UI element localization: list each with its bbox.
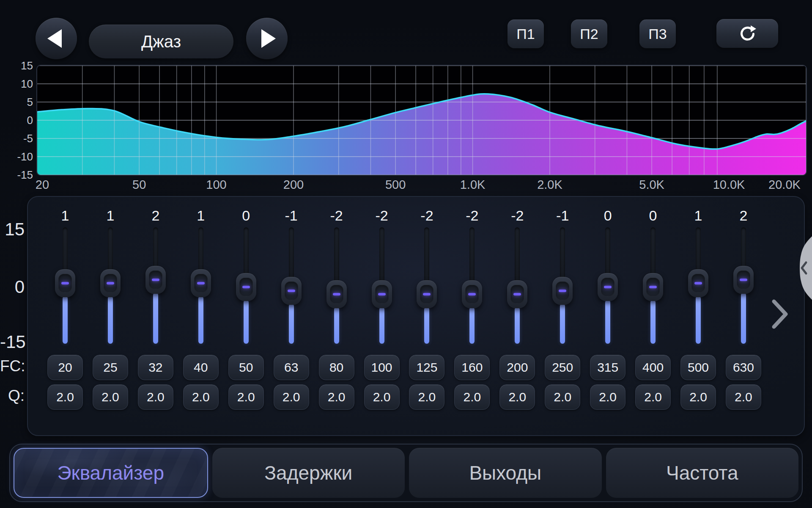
memory-preset-1-button[interactable]: П1	[508, 19, 544, 48]
tab-delays[interactable]: Задержки	[212, 448, 405, 498]
slider-thumb[interactable]	[688, 269, 708, 297]
band-q-chip[interactable]: 2.0	[183, 384, 219, 410]
slider-fill	[650, 300, 656, 344]
q-row-label: Q:	[0, 387, 25, 405]
band-gain-slider[interactable]	[269, 222, 314, 349]
band-q-chip[interactable]: 2.0	[274, 384, 309, 410]
band-q-chip[interactable]: 2.0	[409, 384, 444, 410]
band-fc-chip[interactable]: 100	[364, 355, 400, 380]
band-q-chip[interactable]: 2.0	[47, 384, 83, 410]
slider-fill	[424, 307, 429, 344]
tab-outputs[interactable]: Выходы	[409, 448, 602, 498]
band-fc-chip[interactable]: 40	[183, 355, 219, 380]
slider-fill	[741, 293, 746, 344]
slider-thumb[interactable]	[55, 269, 75, 297]
slider-thumb[interactable]	[281, 277, 302, 305]
scale-label-bottom: -15	[0, 332, 25, 352]
band-q-chip[interactable]: 2.0	[635, 384, 671, 410]
band-gain-slider[interactable]	[450, 222, 494, 349]
band-fc-chip[interactable]: 20	[47, 355, 83, 380]
band-q-chip[interactable]: 2.0	[364, 384, 400, 410]
band-q-chip[interactable]: 2.0	[319, 384, 354, 410]
band-gain-slider[interactable]	[540, 222, 585, 349]
band-gain-slider[interactable]	[495, 222, 540, 349]
band-fc-chip[interactable]: 63	[274, 355, 309, 380]
next-preset-button[interactable]	[246, 18, 288, 59]
band-gain-slider[interactable]	[178, 222, 223, 349]
band-gain-slider[interactable]	[224, 222, 269, 349]
band-column: 0 315 2.0	[585, 197, 630, 437]
band-gain-slider[interactable]	[43, 222, 88, 349]
slider-thumb[interactable]	[598, 273, 618, 301]
slider-thumb-dash-icon	[61, 282, 69, 284]
band-q-chip[interactable]: 2.0	[138, 384, 173, 410]
slider-fill	[515, 307, 520, 344]
band-fc-chip[interactable]: 400	[635, 355, 671, 380]
slider-thumb[interactable]	[145, 266, 166, 294]
bottom-tab-bar: ЭквалайзерЗадержкиВыходыЧастота	[9, 444, 803, 502]
slider-thumb[interactable]	[643, 273, 663, 301]
band-gain-slider[interactable]	[404, 222, 449, 349]
db-axis-tick: 5	[8, 95, 33, 109]
frequency-axis-tick: 500	[372, 178, 419, 191]
band-fc-chip[interactable]: 200	[499, 355, 535, 380]
band-fc-chip[interactable]: 50	[228, 355, 264, 380]
band-q-chip[interactable]: 2.0	[726, 384, 761, 410]
refresh-icon	[738, 24, 757, 43]
band-gain-slider[interactable]	[676, 222, 721, 349]
slider-thumb[interactable]	[236, 273, 256, 301]
slider-fill	[289, 304, 294, 344]
slider-thumb-inner	[285, 282, 298, 300]
band-fc-chip[interactable]: 250	[545, 355, 580, 380]
slider-thumb-inner	[330, 285, 343, 304]
band-gain-slider[interactable]	[585, 222, 630, 349]
slider-thumb-inner	[58, 274, 72, 293]
frequency-axis-tick: 10.0K	[706, 178, 752, 191]
slider-thumb-dash-icon	[288, 290, 295, 292]
band-q-chip[interactable]: 2.0	[590, 384, 625, 410]
memory-preset-2-button[interactable]: П2	[571, 19, 607, 48]
slider-thumb-inner	[601, 278, 614, 296]
memory-preset-3-button[interactable]: П3	[639, 19, 676, 48]
slider-thumb[interactable]	[552, 277, 573, 305]
slider-thumb[interactable]	[733, 266, 754, 294]
band-q-chip[interactable]: 2.0	[499, 384, 535, 410]
slider-thumb[interactable]	[326, 280, 347, 308]
tab-frequency[interactable]: Частота	[606, 448, 799, 498]
band-fc-chip[interactable]: 500	[680, 355, 716, 380]
frequency-axis-tick: 5.0K	[628, 178, 675, 191]
band-fc-chip[interactable]: 32	[138, 355, 173, 380]
band-fc-chip[interactable]: 160	[454, 355, 490, 380]
band-q-chip[interactable]: 2.0	[680, 384, 716, 410]
slider-thumb[interactable]	[100, 269, 121, 297]
band-q-chip[interactable]: 2.0	[545, 384, 580, 410]
band-gain-slider[interactable]	[721, 222, 766, 349]
band-q-chip[interactable]: 2.0	[228, 384, 264, 410]
slider-thumb[interactable]	[462, 280, 482, 308]
band-fc-chip[interactable]: 25	[93, 355, 128, 380]
band-gain-slider[interactable]	[88, 222, 133, 349]
reset-button[interactable]	[716, 19, 778, 48]
slider-thumb-dash-icon	[468, 293, 476, 295]
band-gain-slider[interactable]	[359, 222, 404, 349]
tab-equalizer[interactable]: Эквалайзер	[14, 448, 208, 498]
band-gain-slider[interactable]	[133, 222, 178, 349]
slider-thumb[interactable]	[417, 280, 437, 308]
chevron-right-icon	[771, 298, 789, 330]
band-fc-chip[interactable]: 125	[409, 355, 444, 380]
prev-preset-button[interactable]	[36, 18, 77, 59]
band-q-chip[interactable]: 2.0	[454, 384, 490, 410]
slider-thumb[interactable]	[507, 280, 527, 308]
band-fc-chip[interactable]: 630	[726, 355, 761, 380]
next-bands-button[interactable]	[771, 298, 789, 330]
slider-thumb[interactable]	[191, 269, 211, 297]
side-panel-handle[interactable]	[789, 236, 812, 300]
band-column: -2 80 2.0	[314, 197, 359, 437]
band-gain-slider[interactable]	[314, 222, 359, 349]
band-fc-chip[interactable]: 315	[590, 355, 625, 380]
preset-display[interactable]: Джаз	[89, 25, 233, 58]
band-q-chip[interactable]: 2.0	[93, 384, 128, 410]
band-fc-chip[interactable]: 80	[319, 355, 354, 380]
band-gain-slider[interactable]	[631, 222, 675, 349]
slider-thumb[interactable]	[372, 280, 392, 308]
